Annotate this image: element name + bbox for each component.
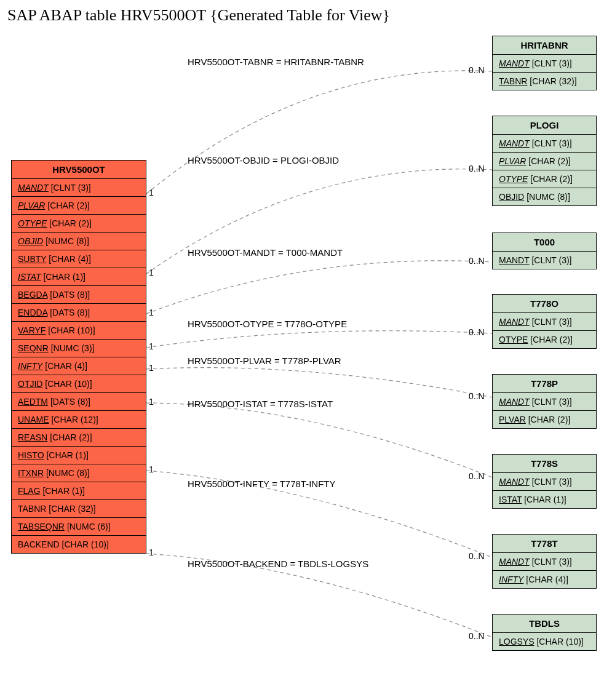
cardinality-right: 0..N: [469, 471, 485, 481]
entity-field: MANDT [CLNT (3)]: [493, 553, 596, 571]
cardinality-left: 1: [149, 464, 154, 474]
entity-header: T778S: [493, 455, 596, 473]
entity-field: MANDT [CLNT (3)]: [493, 473, 596, 491]
cardinality-left: 1: [149, 397, 154, 407]
entity-field: PLVAR [CHAR (2)]: [493, 411, 596, 428]
entity-header: TBDLS: [493, 614, 596, 633]
entity-t778t: T778TMANDT [CLNT (3)]INFTY [CHAR (4)]: [492, 534, 597, 589]
entity-header: T000: [493, 233, 596, 252]
entity-field: INFTY [CHAR (4)]: [12, 357, 146, 375]
entity-field: ISTAT [CHAR (1)]: [493, 491, 596, 508]
entity-t778o: T778OMANDT [CLNT (3)]OTYPE [CHAR (2)]: [492, 294, 597, 349]
entity-field: BACKEND [CHAR (10)]: [12, 536, 146, 553]
entity-header: T778T: [493, 535, 596, 553]
entity-field: REASN [CHAR (2)]: [12, 429, 146, 447]
cardinality-left: 1: [149, 188, 154, 197]
cardinality-left: 1: [149, 341, 154, 351]
cardinality-left: 1: [149, 363, 154, 373]
entity-field: HISTO [CHAR (1)]: [12, 447, 146, 464]
cardinality-right: 0..N: [469, 327, 485, 337]
cardinality-right: 0..N: [469, 391, 485, 401]
entity-field: PLVAR [CHAR (2)]: [12, 197, 146, 215]
relation-label: HRV5500OT-OBJID = PLOGI-OBJID: [188, 155, 339, 165]
relation-label: HRV5500OT-PLVAR = T778P-PLVAR: [188, 356, 341, 366]
entity-field: ITXNR [NUMC (8)]: [12, 464, 146, 482]
entity-field: FLAG [CHAR (1)]: [12, 482, 146, 500]
entity-field: MANDT [CLNT (3)]: [493, 252, 596, 269]
entity-plogi: PLOGIMANDT [CLNT (3)]PLVAR [CHAR (2)]OTY…: [492, 116, 597, 206]
relation-label: HRV5500OT-OTYPE = T778O-OTYPE: [188, 319, 347, 329]
entity-field: BEGDA [DATS (8)]: [12, 286, 146, 304]
relation-label: HRV5500OT-ISTAT = T778S-ISTAT: [188, 399, 333, 409]
entity-field: PLVAR [CHAR (2)]: [493, 153, 596, 170]
entity-field: OTYPE [CHAR (2)]: [493, 170, 596, 188]
entity-hritabnr: HRITABNRMANDT [CLNT (3)]TABNR [CHAR (32)…: [492, 36, 597, 90]
cardinality-right: 0..N: [469, 551, 485, 561]
entity-field: ISTAT [CHAR (1)]: [12, 268, 146, 286]
entity-field: MANDT [CLNT (3)]: [493, 55, 596, 73]
cardinality-right: 0..N: [469, 631, 485, 641]
entity-header: HRV5500OT: [12, 161, 146, 179]
entity-field: SUBTY [CHAR (4)]: [12, 250, 146, 268]
entity-field: OTYPE [CHAR (2)]: [12, 215, 146, 233]
entity-field: MANDT [CLNT (3)]: [493, 393, 596, 411]
entity-field: TABSEQNR [NUMC (6)]: [12, 518, 146, 536]
relation-label: HRV5500OT-MANDT = T000-MANDT: [188, 247, 343, 258]
relation-label: HRV5500OT-TABNR = HRITABNR-TABNR: [188, 57, 364, 67]
entity-field: INFTY [CHAR (4)]: [493, 571, 596, 588]
cardinality-right: 0..N: [469, 256, 485, 266]
page-title: SAP ABAP table HRV5500OT {Generated Tabl…: [7, 6, 390, 25]
relation-label: HRV5500OT-BACKEND = TBDLS-LOGSYS: [188, 559, 368, 569]
entity-field: OTJID [CHAR (10)]: [12, 375, 146, 393]
entity-field: SEQNR [NUMC (3)]: [12, 340, 146, 357]
entity-hrv5500ot: HRV5500OTMANDT [CLNT (3)]PLVAR [CHAR (2)…: [11, 160, 146, 554]
entity-field: UNAME [CHAR (12)]: [12, 411, 146, 429]
entity-field: MANDT [CLNT (3)]: [493, 313, 596, 331]
cardinality-right: 0..N: [469, 164, 485, 173]
entity-t778s: T778SMANDT [CLNT (3)]ISTAT [CHAR (1)]: [492, 454, 597, 509]
entity-field: ENDDA [DATS (8)]: [12, 304, 146, 322]
cardinality-left: 1: [149, 268, 154, 277]
entity-header: PLOGI: [493, 116, 596, 135]
entity-field: OBJID [NUMC (8)]: [12, 233, 146, 250]
cardinality-left: 1: [149, 308, 154, 317]
entity-field: LOGSYS [CHAR (10)]: [493, 633, 596, 650]
entity-t778p: T778PMANDT [CLNT (3)]PLVAR [CHAR (2)]: [492, 374, 597, 429]
entity-tbdls: TBDLSLOGSYS [CHAR (10)]: [492, 614, 597, 651]
entity-field: MANDT [CLNT (3)]: [12, 179, 146, 197]
entity-field: VARYF [CHAR (10)]: [12, 322, 146, 340]
entity-field: TABNR [CHAR (32)]: [12, 500, 146, 518]
entity-field: OTYPE [CHAR (2)]: [493, 331, 596, 348]
entity-header: HRITABNR: [493, 36, 596, 55]
cardinality-left: 1: [149, 547, 154, 557]
entity-t000: T000MANDT [CLNT (3)]: [492, 233, 597, 269]
entity-field: MANDT [CLNT (3)]: [493, 135, 596, 153]
entity-field: AEDTM [DATS (8)]: [12, 393, 146, 411]
entity-field: OBJID [NUMC (8)]: [493, 188, 596, 205]
cardinality-right: 0..N: [469, 65, 485, 75]
entity-header: T778O: [493, 295, 596, 313]
entity-header: T778P: [493, 375, 596, 393]
relation-label: HRV5500OT-INFTY = T778T-INFTY: [188, 479, 336, 489]
entity-field: TABNR [CHAR (32)]: [493, 73, 596, 90]
